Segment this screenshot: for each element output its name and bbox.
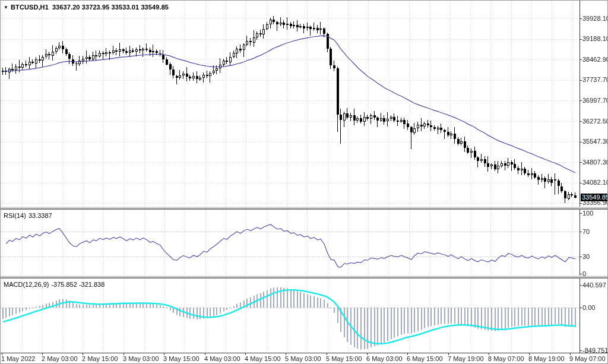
time-axis-label: 9 May 07:00 xyxy=(569,356,606,362)
ohlc-readout: 33637.20 33723.95 33533.01 33549.85 xyxy=(52,4,169,11)
macd-axis-label: 0.00 xyxy=(582,305,595,311)
time-axis-label: 4 May 03:00 xyxy=(204,356,240,362)
rsi-axis-label: 100 xyxy=(582,210,593,217)
symbol-dropdown-icon[interactable]: ▼ xyxy=(4,5,8,10)
time-axis-label: 3 May 03:00 xyxy=(123,356,159,362)
macd-values: -375.852 -321.838 xyxy=(51,281,104,288)
rsi-value: 33.3387 xyxy=(28,212,52,219)
rsi-axis-label: 70 xyxy=(582,229,590,235)
panel-separator-rsi[interactable] xyxy=(1,207,608,210)
panel-separator-macd[interactable] xyxy=(1,276,608,278)
macd-indicator-label: MACD(12,26,9)-375.852 -321.838 xyxy=(4,281,107,288)
time-axis-label: 8 May 19:00 xyxy=(528,356,565,362)
price-axis-label: 39188.10 xyxy=(582,36,608,42)
trading-chart-window: ▼BTCUSD,H133637.20 33723.95 33533.01 335… xyxy=(0,0,608,364)
chart-canvas[interactable] xyxy=(1,1,608,364)
time-axis-label: 2 May 15:00 xyxy=(82,356,118,362)
rsi-axis-label: 30 xyxy=(582,254,590,260)
price-axis-label: 36997.70 xyxy=(582,97,608,104)
macd-name: MACD(12,26,9) xyxy=(4,281,49,288)
price-axis-label: 37737.70 xyxy=(582,77,608,83)
time-axis-label: 6 May 03:00 xyxy=(366,356,403,362)
price-axis-label: 33356.90 xyxy=(582,200,608,206)
price-axis-label: 34807.30 xyxy=(582,159,608,166)
price-axis-label: 35547.30 xyxy=(582,138,608,145)
rsi-axis-label: 0 xyxy=(582,271,586,277)
time-axis-label: 6 May 15:00 xyxy=(407,356,443,362)
macd-axis-label: -849.751 xyxy=(582,347,608,354)
time-axis-label: 2 May 03:00 xyxy=(42,356,78,362)
time-axis-label: 5 May 15:00 xyxy=(326,356,362,362)
time-axis-label: 4 May 15:00 xyxy=(245,356,281,362)
time-axis-label: 3 May 15:00 xyxy=(163,356,200,362)
time-axis-label: 5 May 03:00 xyxy=(285,356,321,362)
rsi-name: RSI(14) xyxy=(4,212,26,219)
rsi-indicator-label: RSI(14)33.3387 xyxy=(4,212,55,219)
time-axis-label: 7 May 19:00 xyxy=(448,356,484,362)
macd-axis-label: 440.597 xyxy=(582,282,606,289)
price-axis-label: 39928.10 xyxy=(582,15,608,22)
time-axis-label: 1 May 2022 xyxy=(1,356,35,362)
price-axis-label: 36272.50 xyxy=(582,118,608,125)
time-axis-label: 8 May 07:00 xyxy=(488,356,524,362)
price-axis-label: 38462.90 xyxy=(582,56,608,63)
chart-header: ▼BTCUSD,H133637.20 33723.95 33533.01 335… xyxy=(4,4,169,11)
symbol-timeframe-label: BTCUSD,H1 xyxy=(11,4,49,11)
price-axis-label: 34082.10 xyxy=(582,179,608,186)
